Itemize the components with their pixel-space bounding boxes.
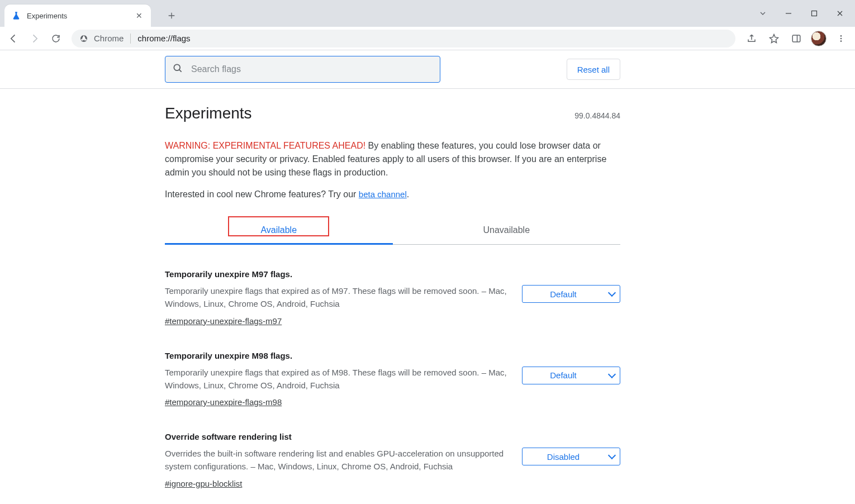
close-window-button[interactable] [829,4,851,22]
select-wrap: DefaultEnabledDisabled [522,367,620,384]
new-tab-button[interactable] [162,6,181,25]
reset-all-button[interactable]: Reset all [567,59,620,80]
flask-icon [11,11,21,21]
omnibox-divider [130,34,131,44]
beta-channel-link[interactable]: beta channel [359,189,407,199]
flag-row: Temporarily unexpire M98 flags.Temporari… [165,326,620,408]
site-info-icon[interactable] [79,34,88,43]
flag-row: Temporarily unexpire M97 flags.Temporari… [165,245,620,326]
reload-button[interactable] [47,30,65,47]
browser-tab[interactable]: Experiments ✕ [4,4,151,27]
page-inner: Experiments 99.0.4844.84 WARNING: EXPERI… [165,104,785,504]
flag-select-wrap: DefaultEnabledDisabled [522,269,620,303]
svg-rect-4 [792,35,800,42]
back-button[interactable] [4,30,22,47]
flag-anchor-link[interactable]: #temporary-unexpire-flags-m98 [165,397,282,407]
page-scroll[interactable]: Reset all Experiments 99.0.4844.84 WARNI… [0,50,855,504]
flag-anchor-link[interactable]: #temporary-unexpire-flags-m97 [165,316,282,326]
flag-select[interactable]: DefaultEnabledDisabled [522,367,620,384]
flag-description: Temporarily unexpire flags that expired … [165,366,511,392]
flag-select-wrap: DefaultEnabledDisabled [522,351,620,384]
chrome-window: Experiments ✕ [0,0,855,504]
tab-unavailable[interactable]: Unavailable [393,217,621,245]
tab-close-icon[interactable]: ✕ [134,11,144,20]
flag-description: Overrides the built-in software renderin… [165,447,511,473]
search-flags-box[interactable] [165,56,440,83]
svg-line-10 [179,70,182,72]
maximize-button[interactable] [804,4,825,22]
tab-search-icon[interactable] [752,4,773,22]
version-label: 99.0.4844.84 [574,111,620,120]
flag-text: Temporarily unexpire M97 flags.Temporari… [165,269,511,326]
svg-point-8 [840,40,842,42]
flag-anchor-link[interactable]: #ignore-gpu-blocklist [165,479,242,488]
flag-select-wrap: DefaultEnabledDisabled [522,432,620,465]
interest-prefix: Interested in cool new Chrome features? … [165,189,359,199]
search-icon [172,63,183,76]
interest-paragraph: Interested in cool new Chrome features? … [165,189,620,199]
titlebar: Experiments ✕ [0,0,855,27]
share-icon[interactable] [742,29,761,48]
omnibox[interactable]: Chrome chrome://flags [72,30,735,47]
flag-description: Temporarily unexpire flags that expired … [165,284,511,311]
flags-topbar: Reset all [0,50,855,89]
menu-icon[interactable] [832,29,851,48]
flags-list: Temporarily unexpire M97 flags.Temporari… [165,245,620,489]
flag-row: Override software rendering listOverride… [165,407,620,489]
forward-button[interactable] [26,30,44,47]
tab-title: Experiments [27,12,134,20]
flags-tabs: Available Unavailable [165,217,620,245]
flag-select[interactable]: DefaultEnabledDisabled [522,448,620,465]
page-title: Experiments [165,104,252,122]
select-wrap: DefaultEnabledDisabled [522,285,620,303]
tab-available[interactable]: Available [165,217,393,245]
svg-point-9 [174,64,180,70]
side-panel-icon[interactable] [787,29,806,48]
tab-available-label: Available [260,225,297,235]
tab-unavailable-label: Unavailable [483,225,530,235]
warning-paragraph: WARNING: EXPERIMENTAL FEATURES AHEAD! By… [165,139,620,179]
svg-rect-1 [812,11,817,16]
search-flags-input[interactable] [190,64,433,75]
flag-title: Temporarily unexpire M98 flags. [165,351,511,360]
page-header: Experiments 99.0.4844.84 [165,104,620,122]
flag-title: Temporarily unexpire M97 flags. [165,269,511,279]
profile-avatar[interactable] [809,29,828,48]
select-wrap: DefaultEnabledDisabled [522,448,620,465]
flag-text: Override software rendering listOverride… [165,432,511,489]
toolbar: Chrome chrome://flags [0,27,855,50]
interest-suffix: . [407,189,409,199]
flag-title: Override software rendering list [165,432,511,441]
content-area: Reset all Experiments 99.0.4844.84 WARNI… [0,50,855,504]
flag-select[interactable]: DefaultEnabledDisabled [522,285,620,303]
svg-point-6 [840,35,842,37]
warning-red-text: WARNING: EXPERIMENTAL FEATURES AHEAD! [165,141,365,150]
window-controls [752,0,851,27]
omnibox-url: chrome://flags [137,34,190,43]
svg-point-3 [82,37,85,40]
flag-text: Temporarily unexpire M98 flags.Temporari… [165,351,511,408]
svg-point-7 [840,37,842,39]
minimize-button[interactable] [778,4,799,22]
bookmark-icon[interactable] [764,29,783,48]
omnibox-scheme-label: Chrome [94,34,124,43]
